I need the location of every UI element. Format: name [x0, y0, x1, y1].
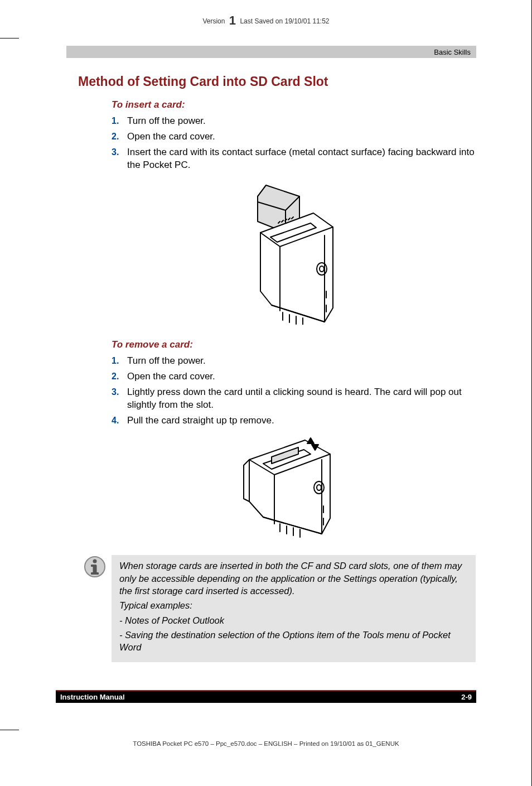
bottom-meta: TOSHIBA Pocket PC e570 – Ppc_e570.doc – …	[0, 740, 532, 747]
crop-mark-bottom	[0, 730, 19, 730]
list-item: 4. Pull the card straight up tp remove.	[112, 414, 476, 427]
step-text: Lightly press down the card until a clic…	[127, 386, 476, 412]
step-number: 4.	[112, 414, 127, 427]
step-number: 1.	[112, 115, 127, 128]
version-prefix: Version	[202, 17, 225, 25]
svg-rect-7	[91, 565, 95, 567]
list-item: 1. Turn off the power.	[112, 355, 476, 368]
step-text: Turn off the power.	[127, 115, 206, 128]
version-line: Version 1 Last Saved on 19/10/01 11:52	[0, 13, 532, 28]
note-p3: - Notes of Pocket Outlook	[119, 614, 468, 626]
insert-figure	[100, 180, 476, 325]
list-item: 3. Lightly press down the card until a c…	[112, 386, 476, 412]
step-text: Pull the card straight up tp remove.	[127, 414, 274, 427]
info-note: When storage cards are inserted in both …	[78, 555, 476, 662]
remove-figure	[100, 435, 476, 541]
step-text: Open the card cover.	[127, 370, 215, 383]
section-name: Basic Skills	[434, 48, 471, 56]
crop-mark-top	[0, 38, 19, 38]
step-number: 2.	[112, 370, 127, 383]
info-text: When storage cards are inserted in both …	[112, 555, 476, 662]
page: Version 1 Last Saved on 19/10/01 11:52 B…	[0, 0, 532, 786]
section-header-bar: Basic Skills	[66, 46, 476, 58]
step-number: 3.	[112, 386, 127, 412]
remove-steps: 1. Turn off the power. 2. Open the card …	[112, 355, 476, 427]
svg-rect-8	[91, 572, 99, 575]
step-text: Turn off the power.	[127, 355, 206, 368]
footer-left: Instruction Manual	[60, 693, 125, 701]
step-number: 2.	[112, 131, 127, 143]
insert-steps: 1. Turn off the power. 2. Open the card …	[112, 115, 476, 172]
step-text: Insert the card with its contact surface…	[127, 146, 476, 172]
list-item: 2. Open the card cover.	[112, 131, 476, 143]
sdcard-remove-illustration	[233, 435, 344, 541]
sdcard-insert-illustration	[227, 180, 350, 325]
list-item: 1. Turn off the power.	[112, 115, 476, 128]
note-p1: When storage cards are inserted in both …	[119, 560, 468, 597]
list-item: 2. Open the card cover.	[112, 370, 476, 383]
list-item: 3. Insert the card with its contact surf…	[112, 146, 476, 172]
step-number: 3.	[112, 146, 127, 172]
note-p4: - Saving the destination selection of th…	[119, 629, 468, 654]
content: Method of Setting Card into SD Card Slot…	[78, 74, 476, 662]
info-icon	[78, 555, 112, 662]
footer-right: 2-9	[461, 693, 472, 701]
step-text: Open the card cover.	[127, 131, 215, 143]
remove-heading: To remove a card:	[112, 339, 476, 350]
footer-bar: Instruction Manual 2-9	[56, 690, 476, 703]
insert-heading: To insert a card:	[112, 99, 476, 110]
svg-point-5	[93, 560, 97, 563]
step-number: 1.	[112, 355, 127, 368]
page-title: Method of Setting Card into SD Card Slot	[78, 74, 476, 89]
version-number: 1	[227, 13, 238, 27]
note-p2: Typical examples:	[119, 599, 468, 611]
version-suffix: Last Saved on 19/10/01 11:52	[240, 17, 329, 25]
